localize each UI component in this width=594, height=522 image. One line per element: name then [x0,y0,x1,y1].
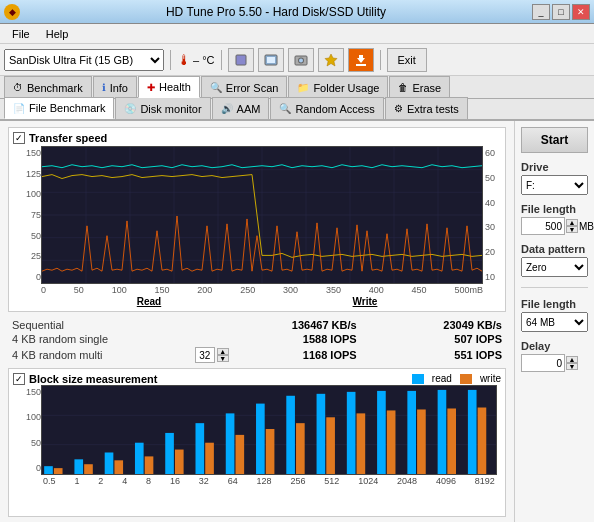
file-benchmark-icon: 📄 [13,103,25,114]
tab-extra-tests[interactable]: ⚙ Extra tests [385,97,468,119]
svg-rect-29 [84,464,93,474]
block-size-title: Block size measurement [29,373,157,385]
svg-rect-45 [326,417,335,474]
file-length-section-top: File length ▲ ▼ MB [521,203,588,235]
toolbar-icon-health[interactable] [318,48,344,72]
svg-rect-33 [145,456,154,474]
disk-monitor-icon: 💿 [124,103,136,114]
spinner-down[interactable]: ▼ [217,355,229,362]
toolbar-icon-camera[interactable] [288,48,314,72]
file-menu[interactable]: File [4,26,38,42]
main-content: ✓ Transfer speed 150 125 100 75 50 25 0 [0,121,594,522]
delay-section: Delay ▲ ▼ [521,340,588,372]
svg-rect-0 [236,55,246,65]
right-panel: Start Drive F: File length ▲ ▼ MB Data p… [514,121,594,522]
file-length-label-2: File length [521,298,588,310]
tab-file-benchmark[interactable]: 📄 File Benchmark [4,97,114,119]
delay-input-row: ▲ ▼ [521,354,588,372]
drive-value-select[interactable]: F: [521,175,588,195]
erase-icon: 🗑 [398,82,408,93]
health-icon: ✚ [147,82,155,93]
block-size-section: ✓ Block size measurement read write 150 … [8,368,506,517]
block-size-checkbox[interactable]: ✓ [13,373,25,385]
file-length-label: File length [521,203,588,215]
file-length-input[interactable] [521,217,565,235]
delay-spinner-up[interactable]: ▲ [566,356,578,363]
svg-point-5 [299,58,303,62]
svg-rect-31 [114,460,123,474]
svg-rect-53 [447,408,456,474]
data-pattern-section: Data pattern Zero [521,243,588,277]
close-button[interactable]: ✕ [572,4,590,20]
transfer-speed-section: ✓ Transfer speed 150 125 100 75 50 25 0 [8,127,506,312]
maximize-button[interactable]: □ [552,4,570,20]
tab-benchmark[interactable]: ⏱ Benchmark [4,76,92,98]
drive-label: Drive [521,161,588,173]
toolbar: SanDisk Ultra Fit (15 GB) 🌡 – °C Exit [0,44,594,76]
chart-legend: read write [412,373,501,384]
transfer-speed-checkbox[interactable]: ✓ [13,132,25,144]
svg-rect-32 [135,443,144,474]
queue-depth-value[interactable]: 32 [195,347,215,363]
svg-rect-41 [266,429,275,474]
toolbar-separator-1 [170,50,171,70]
minimize-button[interactable]: _ [532,4,550,20]
stats-row-4k-multi: 4 KB random multi 32 ▲ ▼ 1168 IOPS 551 I… [8,346,506,364]
svg-rect-54 [468,390,477,474]
file-length-input-row: ▲ ▼ MB [521,217,588,235]
svg-rect-50 [407,391,416,474]
tab-error-scan[interactable]: 🔍 Error Scan [201,76,288,98]
help-menu[interactable]: Help [38,26,77,42]
data-pattern-label: Data pattern [521,243,588,255]
toolbar-icon-download[interactable] [348,48,374,72]
speed-chart-area [41,146,483,284]
drive-section: Drive F: [521,161,588,195]
delay-input[interactable] [521,354,565,372]
svg-rect-55 [478,408,487,474]
svg-rect-34 [165,433,174,474]
window-title: HD Tune Pro 5.50 - Hard Disk/SSD Utility [20,5,532,19]
file-length-spinner-down[interactable]: ▼ [566,226,578,233]
svg-rect-35 [175,450,184,474]
block-size-header: ✓ Block size measurement read write [13,373,501,385]
tab-info[interactable]: ℹ Info [93,76,137,98]
queue-depth-spinner: 32 ▲ ▼ [195,347,229,363]
transfer-speed-header: ✓ Transfer speed [13,132,501,144]
exit-button[interactable]: Exit [387,48,427,72]
file-length-select[interactable]: 64 MB [521,312,588,332]
read-write-labels: Read Write [13,296,501,307]
tab-random-access[interactable]: 🔍 Random Access [270,97,383,119]
svg-rect-43 [296,423,305,474]
start-button[interactable]: Start [521,127,588,153]
tab-disk-monitor[interactable]: 💿 Disk monitor [115,97,210,119]
tab-bar-bottom: 📄 File Benchmark 💿 Disk monitor 🔊 AAM 🔍 … [0,99,594,121]
delay-label: Delay [521,340,588,352]
delay-spinner-down[interactable]: ▼ [566,363,578,370]
svg-rect-28 [74,459,83,474]
svg-rect-52 [438,390,447,474]
data-pattern-select[interactable]: Zero [521,257,588,277]
left-panel: ✓ Transfer speed 150 125 100 75 50 25 0 [0,121,514,522]
tab-folder-usage[interactable]: 📁 Folder Usage [288,76,388,98]
file-length-spinner-up[interactable]: ▲ [566,219,578,226]
spinner-up[interactable]: ▲ [217,348,229,355]
tab-health[interactable]: ✚ Health [138,76,200,98]
temperature-display: 🌡 – °C [177,52,215,68]
write-legend-color [460,374,472,384]
file-length-section-bottom: File length 64 MB [521,298,588,332]
block-x-labels: 0.5 1 2 4 8 16 32 64 128 256 512 1024 20… [13,475,501,486]
benchmark-icon: ⏱ [13,82,23,93]
svg-marker-6 [325,54,337,66]
tab-aam[interactable]: 🔊 AAM [212,97,270,119]
transfer-speed-title: Transfer speed [29,132,107,144]
folder-usage-icon: 📁 [297,82,309,93]
stats-row-sequential: Sequential 136467 KB/s 23049 KB/s [8,318,506,332]
tab-erase[interactable]: 🗑 Erase [389,76,450,98]
drive-select[interactable]: SanDisk Ultra Fit (15 GB) [4,49,164,71]
toolbar-icon-1[interactable] [228,48,254,72]
svg-rect-40 [256,404,265,474]
toolbar-icon-2[interactable] [258,48,284,72]
svg-rect-49 [387,410,396,474]
svg-rect-42 [286,396,295,474]
menu-bar: File Help [0,24,594,44]
